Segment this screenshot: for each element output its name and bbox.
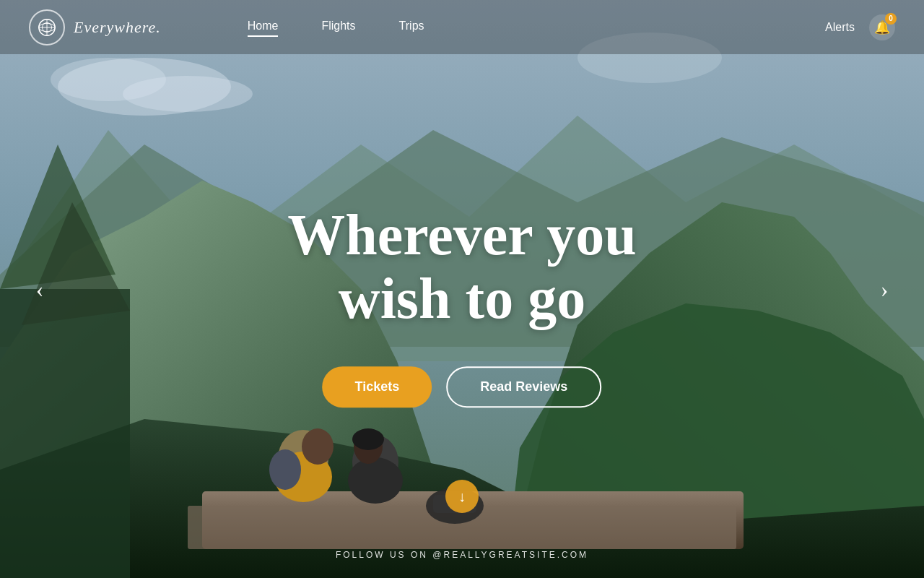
- hero-section: Everywhere. Home Flights Trips Alerts 🔔 …: [0, 0, 924, 578]
- follow-bar: FOLLOW US ON @REALLYGREATSITE.COM: [336, 550, 588, 560]
- nav-links: Home Flights Trips: [248, 20, 424, 35]
- scroll-down: ↓: [445, 480, 479, 513]
- bell-button[interactable]: 🔔 0: [869, 14, 895, 40]
- logo-area: Everywhere.: [29, 9, 161, 46]
- prev-arrow[interactable]: ‹: [22, 271, 58, 307]
- logo-text: Everywhere.: [74, 18, 161, 37]
- next-arrow[interactable]: ›: [866, 271, 902, 307]
- chevron-down-icon: ↓: [458, 488, 466, 505]
- hero-buttons: Tickets Read Reviews: [287, 366, 637, 407]
- scroll-down-button[interactable]: ↓: [445, 480, 479, 513]
- navbar: Everywhere. Home Flights Trips Alerts 🔔 …: [0, 0, 924, 54]
- hero-title: Wherever you wish to go: [287, 203, 637, 330]
- nav-flights[interactable]: Flights: [321, 20, 355, 35]
- alerts-label: Alerts: [825, 21, 855, 34]
- notification-badge: 0: [885, 13, 897, 25]
- nav-right: Alerts 🔔 0: [825, 14, 895, 40]
- hero-content: Wherever you wish to go Tickets Read Rev…: [287, 203, 637, 407]
- reviews-button[interactable]: Read Reviews: [446, 366, 601, 407]
- logo-icon: [29, 9, 65, 46]
- tickets-button[interactable]: Tickets: [323, 366, 432, 407]
- nav-home[interactable]: Home: [248, 20, 279, 35]
- nav-trips[interactable]: Trips: [399, 20, 424, 35]
